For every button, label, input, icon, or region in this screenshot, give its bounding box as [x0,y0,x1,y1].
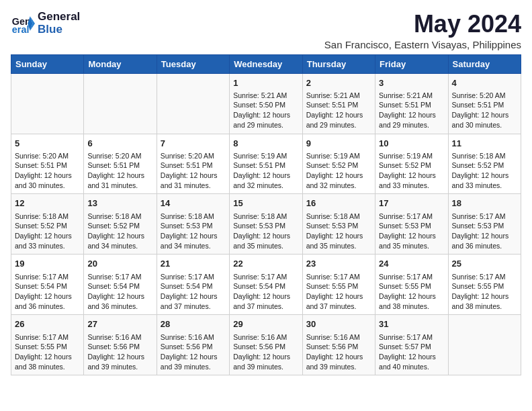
day-info: Sunrise: 5:18 AM Sunset: 5:53 PM Dayligh… [161,212,226,251]
calendar-cell: 31Sunrise: 5:17 AM Sunset: 5:57 PM Dayli… [375,315,448,375]
logo-blue: Blue [38,24,80,36]
day-info: Sunrise: 5:19 AM Sunset: 5:51 PM Dayligh… [233,151,298,191]
day-info: Sunrise: 5:17 AM Sunset: 5:57 PM Dayligh… [379,332,444,372]
day-info: Sunrise: 5:18 AM Sunset: 5:52 PM Dayligh… [452,151,517,191]
calendar-cell: 16Sunrise: 5:18 AM Sunset: 5:53 PM Dayli… [302,194,375,255]
subtitle: San Francisco, Eastern Visayas, Philippi… [324,39,521,50]
day-info: Sunrise: 5:16 AM Sunset: 5:56 PM Dayligh… [87,332,152,372]
day-number: 3 [379,77,444,89]
col-header-monday: Monday [84,54,157,73]
day-number: 20 [87,258,152,270]
calendar-cell: 12Sunrise: 5:18 AM Sunset: 5:52 PM Dayli… [11,194,84,255]
calendar-cell: 17Sunrise: 5:17 AM Sunset: 5:53 PM Dayli… [375,194,448,255]
calendar-table: SundayMondayTuesdayWednesdayThursdayFrid… [11,54,521,376]
col-header-saturday: Saturday [448,54,521,73]
day-number: 5 [15,138,80,150]
day-info: Sunrise: 5:17 AM Sunset: 5:54 PM Dayligh… [15,272,80,312]
day-number: 14 [161,197,226,210]
week-row-2: 5Sunrise: 5:20 AM Sunset: 5:51 PM Daylig… [11,134,521,194]
day-info: Sunrise: 5:18 AM Sunset: 5:52 PM Dayligh… [15,212,80,251]
title-block: May 2024 San Francisco, Eastern Visayas,… [324,11,521,50]
day-info: Sunrise: 5:21 AM Sunset: 5:51 PM Dayligh… [379,91,444,130]
calendar-cell: 24Sunrise: 5:17 AM Sunset: 5:55 PM Dayli… [375,255,448,315]
calendar-cell: 1Sunrise: 5:21 AM Sunset: 5:50 PM Daylig… [230,73,302,134]
day-info: Sunrise: 5:18 AM Sunset: 5:52 PM Dayligh… [87,212,152,251]
day-number: 27 [87,318,152,330]
day-info: Sunrise: 5:21 AM Sunset: 5:50 PM Dayligh… [233,91,298,130]
day-number: 21 [161,258,226,270]
calendar-cell: 28Sunrise: 5:16 AM Sunset: 5:56 PM Dayli… [157,315,229,375]
day-number: 9 [306,138,371,150]
day-number: 25 [452,258,517,270]
day-number: 8 [233,138,298,150]
col-header-wednesday: Wednesday [230,54,302,73]
day-number: 11 [452,138,517,150]
calendar-cell: 18Sunrise: 5:17 AM Sunset: 5:53 PM Dayli… [448,194,521,255]
calendar-cell: 20Sunrise: 5:17 AM Sunset: 5:54 PM Dayli… [84,255,157,315]
day-info: Sunrise: 5:19 AM Sunset: 5:52 PM Dayligh… [306,151,371,191]
calendar-cell: 21Sunrise: 5:17 AM Sunset: 5:54 PM Dayli… [157,255,229,315]
logo-icon: Gen eral [11,11,35,36]
day-number: 23 [306,258,371,270]
calendar-cell: 3Sunrise: 5:21 AM Sunset: 5:51 PM Daylig… [375,73,448,134]
day-number: 17 [379,197,444,210]
col-header-sunday: Sunday [11,54,84,73]
week-row-3: 12Sunrise: 5:18 AM Sunset: 5:52 PM Dayli… [11,194,521,255]
calendar-cell: 8Sunrise: 5:19 AM Sunset: 5:51 PM Daylig… [230,134,302,194]
day-info: Sunrise: 5:17 AM Sunset: 5:54 PM Dayligh… [161,272,226,312]
calendar-cell: 10Sunrise: 5:19 AM Sunset: 5:52 PM Dayli… [375,134,448,194]
day-number: 29 [233,318,298,330]
day-info: Sunrise: 5:16 AM Sunset: 5:56 PM Dayligh… [306,332,371,372]
day-number: 1 [233,77,298,89]
calendar-header-row: SundayMondayTuesdayWednesdayThursdayFrid… [11,54,521,73]
day-info: Sunrise: 5:17 AM Sunset: 5:54 PM Dayligh… [87,272,152,312]
calendar-cell: 14Sunrise: 5:18 AM Sunset: 5:53 PM Dayli… [157,194,229,255]
day-number: 10 [379,138,444,150]
day-number: 30 [306,318,371,330]
day-number: 12 [15,197,80,210]
day-info: Sunrise: 5:19 AM Sunset: 5:52 PM Dayligh… [379,151,444,191]
day-info: Sunrise: 5:17 AM Sunset: 5:55 PM Dayligh… [15,332,80,372]
col-header-tuesday: Tuesday [157,54,229,73]
day-info: Sunrise: 5:17 AM Sunset: 5:55 PM Dayligh… [452,272,517,312]
calendar-cell: 30Sunrise: 5:16 AM Sunset: 5:56 PM Dayli… [302,315,375,375]
calendar-cell: 13Sunrise: 5:18 AM Sunset: 5:52 PM Dayli… [84,194,157,255]
week-row-1: 1Sunrise: 5:21 AM Sunset: 5:50 PM Daylig… [11,73,521,134]
logo: Gen eral General Blue [11,11,80,36]
day-info: Sunrise: 5:17 AM Sunset: 5:53 PM Dayligh… [379,212,444,251]
calendar-cell [448,315,521,375]
calendar-cell: 27Sunrise: 5:16 AM Sunset: 5:56 PM Dayli… [84,315,157,375]
calendar-cell: 2Sunrise: 5:21 AM Sunset: 5:51 PM Daylig… [302,73,375,134]
day-info: Sunrise: 5:20 AM Sunset: 5:51 PM Dayligh… [15,151,80,191]
day-info: Sunrise: 5:17 AM Sunset: 5:54 PM Dayligh… [233,272,298,312]
col-header-friday: Friday [375,54,448,73]
day-number: 6 [87,138,152,150]
day-info: Sunrise: 5:20 AM Sunset: 5:51 PM Dayligh… [87,151,152,191]
day-number: 4 [452,77,517,89]
calendar-cell: 15Sunrise: 5:18 AM Sunset: 5:53 PM Dayli… [230,194,302,255]
col-header-thursday: Thursday [302,54,375,73]
svg-text:eral: eral [12,24,30,35]
day-info: Sunrise: 5:18 AM Sunset: 5:53 PM Dayligh… [233,212,298,251]
calendar-cell: 7Sunrise: 5:20 AM Sunset: 5:51 PM Daylig… [157,134,229,194]
calendar-cell: 22Sunrise: 5:17 AM Sunset: 5:54 PM Dayli… [230,255,302,315]
day-info: Sunrise: 5:17 AM Sunset: 5:55 PM Dayligh… [306,272,371,312]
day-number: 19 [15,258,80,270]
calendar-cell: 19Sunrise: 5:17 AM Sunset: 5:54 PM Dayli… [11,255,84,315]
day-info: Sunrise: 5:17 AM Sunset: 5:55 PM Dayligh… [379,272,444,312]
week-row-4: 19Sunrise: 5:17 AM Sunset: 5:54 PM Dayli… [11,255,521,315]
day-info: Sunrise: 5:20 AM Sunset: 5:51 PM Dayligh… [452,91,517,130]
calendar-cell: 9Sunrise: 5:19 AM Sunset: 5:52 PM Daylig… [302,134,375,194]
day-info: Sunrise: 5:16 AM Sunset: 5:56 PM Dayligh… [233,332,298,372]
calendar-cell: 25Sunrise: 5:17 AM Sunset: 5:55 PM Dayli… [448,255,521,315]
day-number: 2 [306,77,371,89]
calendar-cell: 29Sunrise: 5:16 AM Sunset: 5:56 PM Dayli… [230,315,302,375]
day-number: 22 [233,258,298,270]
day-number: 31 [379,318,444,330]
calendar-cell: 23Sunrise: 5:17 AM Sunset: 5:55 PM Dayli… [302,255,375,315]
day-number: 16 [306,197,371,210]
day-number: 28 [161,318,226,330]
calendar-cell [157,73,229,134]
calendar-cell: 11Sunrise: 5:18 AM Sunset: 5:52 PM Dayli… [448,134,521,194]
main-title: May 2024 [324,11,521,38]
